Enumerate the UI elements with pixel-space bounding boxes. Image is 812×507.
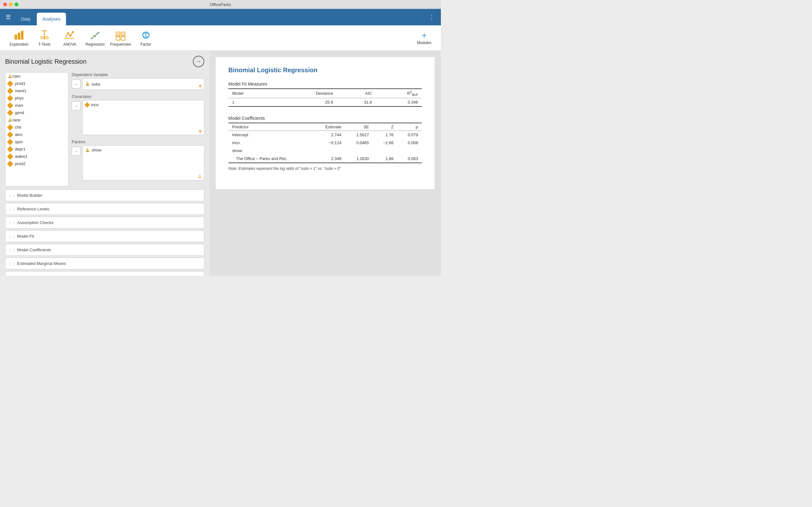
tab-data[interactable]: Data [15, 13, 36, 25]
svg-point-7 [46, 37, 48, 39]
model-fit-section: Model Fit Measures Model Deviance AIC R2… [229, 81, 422, 107]
factors-corner-person [198, 174, 202, 179]
model-number: 1 [229, 98, 275, 107]
covariates-row: → inco ◆ [72, 100, 204, 135]
predictor-inco: inco [229, 139, 313, 147]
model-fit-row: 1 25.6 31.6 0.346 [229, 98, 422, 107]
estimate-office: 2.348 [313, 155, 345, 163]
factor-icon [140, 30, 152, 41]
var-chil[interactable]: chil [5, 124, 68, 131]
model-fit-section[interactable]: › | Model Fit [5, 230, 204, 242]
app-title: OfficeParks [210, 2, 231, 7]
se-intercept: 1.5627 [345, 130, 373, 139]
var-depr1[interactable]: depr1 [5, 146, 68, 153]
hamburger-menu[interactable]: ☰ [4, 12, 13, 22]
var-ment1[interactable]: ment1 [5, 87, 68, 95]
factors-row: → show [72, 146, 204, 180]
inco-diamond-icon [85, 102, 90, 107]
var-phys[interactable]: phys [5, 95, 68, 102]
toolbar-exploration[interactable]: Exploration [6, 27, 32, 49]
var-marr[interactable]: marr [5, 102, 68, 109]
factors-arrow[interactable]: → [72, 147, 81, 156]
toolbar-anova[interactable]: ANOVA [57, 27, 83, 49]
titlebar: OfficeParks [0, 0, 441, 9]
z-inco: −2.66 [373, 139, 397, 147]
anova-label: ANOVA [63, 42, 76, 47]
var-nam[interactable]: nam [5, 72, 68, 80]
svg-point-5 [41, 37, 43, 39]
minimize-button[interactable] [9, 3, 13, 6]
frequencies-label: Frequencies [110, 42, 131, 47]
model-r2: 0.346 [376, 98, 422, 107]
var-prod1[interactable]: prod1 [5, 80, 68, 87]
var-gend[interactable]: gend [5, 109, 68, 116]
covariates-field[interactable]: inco ◆ [83, 100, 204, 135]
var-alco[interactable]: alco [5, 131, 68, 138]
variable-section: nam prod1 ment1 phys marr [5, 72, 204, 186]
covariates-arrow[interactable]: → [72, 101, 81, 110]
var-prod2[interactable]: prod2 [5, 160, 68, 167]
run-button[interactable]: → [193, 56, 204, 67]
model-coefficients-title: Model Coefficients [229, 116, 422, 121]
estimate-intercept: 2.744 [313, 130, 345, 139]
p-intercept: 0.079 [397, 130, 422, 139]
var-spor[interactable]: spor [5, 138, 68, 146]
reference-levels-section[interactable]: › | Reference Levels [5, 203, 204, 215]
prediction-section[interactable]: › | Prediction [5, 271, 204, 276]
modules-button[interactable]: + Modules [414, 29, 435, 47]
dependent-variable-arrow[interactable]: → [72, 79, 81, 89]
coef-row-inco: inco −0.124 0.0465 −2.66 0.008 [229, 139, 422, 147]
collapse-arrow-icon: › [10, 262, 11, 266]
svg-rect-23 [122, 33, 124, 35]
svg-rect-21 [121, 37, 125, 40]
subs-person-icon [85, 82, 90, 86]
collapse-arrow-icon: › [10, 221, 11, 225]
toolbar-regression[interactable]: Regression [83, 27, 108, 49]
toolbar-factor[interactable]: Factor [133, 27, 159, 49]
model-fit-header: › | Model Fit [5, 231, 204, 242]
svg-line-17 [91, 32, 100, 39]
modules-label: Modules [417, 41, 432, 45]
results-card: Binomial Logistic Regression Model Fit M… [216, 57, 435, 189]
coef-col-se: SE [345, 123, 373, 131]
results-note: Note. Estimates represent the log odds o… [229, 166, 422, 171]
coef-row-show-header: show: [229, 147, 422, 155]
dependent-variable-label: Dependent Variable [72, 72, 204, 77]
toolbar-ttests[interactable]: T-Tests [32, 27, 57, 49]
svg-point-32 [87, 82, 89, 84]
factors-field[interactable]: show [83, 146, 204, 180]
estimate-inco: −0.124 [313, 139, 345, 147]
ttests-icon [39, 30, 50, 41]
col-aic: AIC [337, 89, 376, 98]
toolbar-frequencies[interactable]: Frequencies [108, 27, 133, 49]
dependent-variable-block: Dependent Variable → subs ◆ [72, 72, 204, 90]
estimated-marginal-means-header: › | Estimated Marginal Means [5, 258, 204, 269]
assumption-checks-section[interactable]: › | Assumption Checks [5, 217, 204, 228]
assumption-checks-header: › | Assumption Checks [5, 217, 204, 228]
coef-col-p: p [397, 123, 422, 131]
model-coefficients-section[interactable]: › | Model Coefficients [5, 244, 204, 256]
model-builder-section[interactable]: › | Model Builder [5, 189, 204, 201]
coef-col-z: Z [373, 123, 397, 131]
dependent-variable-value: subs [92, 82, 100, 87]
kebab-menu[interactable]: ⋮ [426, 11, 437, 23]
maximize-button[interactable] [14, 3, 18, 6]
collapse-arrow-icon: › [10, 207, 11, 211]
results-title: Binomial Logistic Regression [229, 66, 422, 74]
anova-icon [64, 30, 75, 41]
svg-point-37 [86, 151, 87, 152]
var-race[interactable]: race [5, 116, 68, 124]
variable-list: nam prod1 ment1 phys marr [5, 72, 68, 186]
collapse-arrow-icon: › [10, 193, 11, 198]
estimated-marginal-means-section[interactable]: › | Estimated Marginal Means [5, 258, 204, 269]
tab-analyses[interactable]: Analyses [37, 13, 66, 25]
dependent-variable-field[interactable]: subs ◆ [83, 78, 204, 90]
svg-point-38 [199, 175, 201, 176]
prediction-header: › | Prediction [5, 272, 204, 276]
close-button[interactable] [3, 3, 7, 6]
regression-icon [90, 30, 101, 41]
regression-label: Regression [86, 42, 105, 47]
var-awkw1[interactable]: awkw1 [5, 153, 68, 160]
z-office: 1.86 [373, 155, 397, 163]
frequencies-icon [115, 30, 126, 41]
